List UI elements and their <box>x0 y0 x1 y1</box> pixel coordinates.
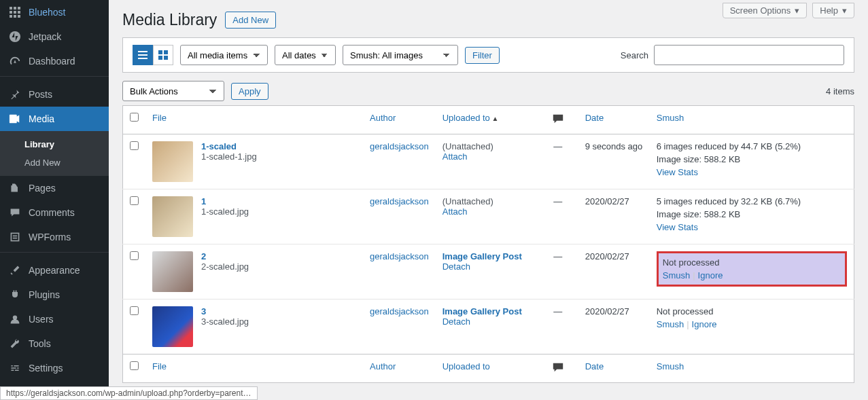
plugin-icon <box>8 288 22 302</box>
row-checkbox[interactable] <box>130 251 139 260</box>
search-input[interactable] <box>654 45 844 65</box>
col-file[interactable]: File <box>152 113 167 123</box>
media-thumbnail[interactable] <box>152 251 193 292</box>
filter-dates[interactable]: All dates <box>275 45 336 65</box>
media-submenu: Library Add New <box>0 131 109 176</box>
sidebar-item-settings[interactable]: Settings <box>0 356 109 380</box>
author-link[interactable]: geraldsjackson <box>370 251 429 261</box>
submenu-library[interactable]: Library <box>0 135 109 153</box>
sidebar-item-bluehost[interactable]: Bluehost <box>0 0 109 24</box>
author-link[interactable]: geraldsjackson <box>370 141 429 151</box>
bulk-actions-select[interactable]: Bulk Actions <box>122 81 224 101</box>
jetpack-icon <box>8 30 22 43</box>
form-icon <box>8 230 22 244</box>
table-row: 1 1-scaled.jpg geraldsjackson (Unattache… <box>123 189 854 244</box>
col-author-footer[interactable]: Author <box>370 361 396 371</box>
sidebar-item-posts[interactable]: Posts <box>0 82 109 107</box>
col-file-footer[interactable]: File <box>152 361 167 371</box>
date-cell: 2020/02/27 <box>578 244 650 299</box>
sidebar-item-pages[interactable]: Pages <box>0 176 109 200</box>
svg-rect-1 <box>14 7 16 10</box>
comments-icon[interactable] <box>552 365 564 376</box>
svg-rect-6 <box>10 15 12 18</box>
grid-view-button[interactable] <box>153 45 173 65</box>
list-view-button[interactable] <box>133 45 153 65</box>
sidebar-item-label: Bluehost <box>29 7 65 18</box>
sidebar-item-wpforms[interactable]: WPForms <box>0 225 109 249</box>
svg-rect-21 <box>158 56 162 60</box>
sidebar-item-dashboard[interactable]: Dashboard <box>0 49 109 73</box>
media-title-link[interactable]: 1-scaled <box>201 141 237 151</box>
col-smush-footer[interactable]: Smush <box>657 361 684 371</box>
help-button[interactable]: Help <box>812 3 854 18</box>
media-thumbnail[interactable] <box>152 196 193 237</box>
uploaded-post-link[interactable]: Image Gallery Post <box>442 251 522 261</box>
row-checkbox[interactable] <box>130 196 139 205</box>
select-all-checkbox[interactable] <box>130 113 139 122</box>
col-date-footer[interactable]: Date <box>585 361 604 371</box>
col-smush[interactable]: Smush <box>657 113 684 123</box>
brush-icon <box>8 263 22 277</box>
screen-options-button[interactable]: Screen Options <box>723 3 808 18</box>
sidebar-item-plugins[interactable]: Plugins <box>0 283 109 307</box>
svg-rect-19 <box>158 50 162 54</box>
sidebar-item-jetpack[interactable]: Jetpack <box>0 24 109 49</box>
col-uploaded-footer[interactable]: Uploaded to <box>442 361 490 371</box>
attach-action[interactable]: Detach <box>442 316 470 327</box>
smush-action[interactable]: Smush <box>657 319 684 329</box>
svg-rect-0 <box>10 7 12 10</box>
author-link[interactable]: geraldsjackson <box>370 306 429 316</box>
attach-action[interactable]: Attach <box>442 151 468 162</box>
comments-icon[interactable] <box>552 117 564 127</box>
apply-button[interactable]: Apply <box>231 83 268 100</box>
view-stats-link[interactable]: View Stats <box>657 222 698 232</box>
filter-media-type[interactable]: All media items <box>180 45 268 65</box>
author-link[interactable]: geraldsjackson <box>370 196 429 206</box>
add-new-button[interactable]: Add New <box>225 12 276 29</box>
uploaded-post-link[interactable]: Image Gallery Post <box>442 306 522 316</box>
admin-sidebar: Bluehost Jetpack Dashboard Posts Media L… <box>0 0 109 400</box>
col-author[interactable]: Author <box>370 113 396 123</box>
gauge-icon <box>8 54 22 68</box>
media-title-link[interactable]: 2 <box>201 251 206 261</box>
filters-panel: All media items All dates Smush: All ima… <box>122 37 854 73</box>
svg-rect-18 <box>138 58 147 59</box>
media-thumbnail[interactable] <box>152 306 193 347</box>
filter-smush[interactable]: Smush: All images <box>343 45 458 65</box>
attach-action[interactable]: Detach <box>442 261 470 272</box>
view-switch <box>133 45 173 65</box>
row-checkbox[interactable] <box>130 306 139 315</box>
svg-rect-8 <box>18 15 20 18</box>
smush-size: Image size: 588.2 KB <box>657 209 847 219</box>
svg-rect-17 <box>138 54 147 56</box>
ignore-action[interactable]: Ignore <box>692 319 717 329</box>
svg-rect-16 <box>138 51 147 52</box>
svg-point-15 <box>13 315 17 319</box>
sidebar-item-label: Pages <box>29 183 56 194</box>
sidebar-item-appearance[interactable]: Appearance <box>0 258 109 283</box>
sidebar-item-label: Tools <box>29 338 51 349</box>
row-checkbox[interactable] <box>130 141 139 150</box>
sidebar-item-users[interactable]: Users <box>0 307 109 331</box>
select-all-checkbox-footer[interactable] <box>130 361 139 370</box>
date-cell: 9 seconds ago <box>578 134 650 189</box>
view-stats-link[interactable]: View Stats <box>657 167 698 177</box>
attach-action[interactable]: Attach <box>442 206 468 217</box>
filter-button[interactable]: Filter <box>465 47 500 64</box>
ignore-action[interactable]: Ignore <box>698 270 723 280</box>
col-uploaded[interactable]: Uploaded to <box>442 113 499 123</box>
smush-action[interactable]: Smush <box>663 270 690 280</box>
media-title-link[interactable]: 1 <box>201 196 206 206</box>
sidebar-item-comments[interactable]: Comments <box>0 200 109 225</box>
media-filename: 1-scaled-1.jpg <box>201 151 257 162</box>
sidebar-item-media[interactable]: Media <box>0 107 109 131</box>
sidebar-item-tools[interactable]: Tools <box>0 331 109 356</box>
pin-icon <box>8 88 22 101</box>
media-title-link[interactable]: 3 <box>201 306 206 316</box>
col-date[interactable]: Date <box>585 113 604 123</box>
uploaded-status: (Unattached) <box>442 196 493 206</box>
media-thumbnail[interactable] <box>152 141 193 182</box>
media-icon <box>8 112 22 126</box>
smush-status: Not processed <box>663 257 841 268</box>
submenu-add-new[interactable]: Add New <box>0 153 109 172</box>
